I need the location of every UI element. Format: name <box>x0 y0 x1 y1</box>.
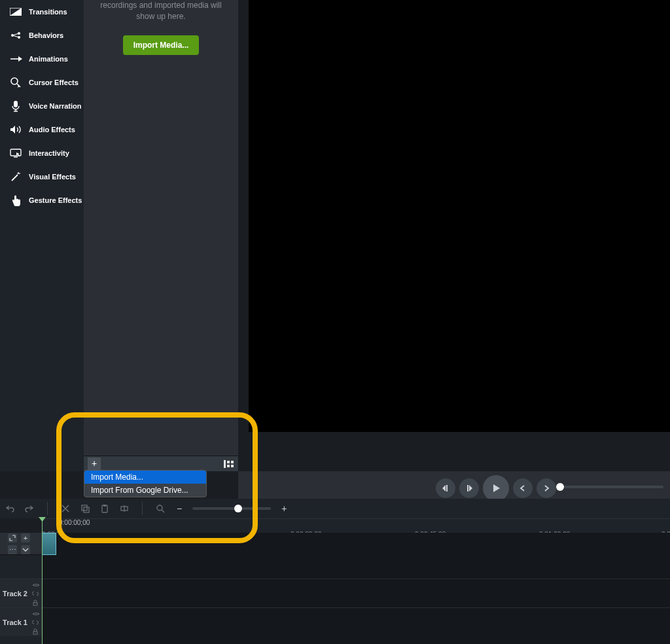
lock-icon[interactable] <box>32 599 40 607</box>
track-row[interactable]: Track 2 <box>0 579 670 607</box>
svg-rect-10 <box>227 465 230 467</box>
timeline-zoom-slider[interactable] <box>192 507 271 510</box>
sidebar-label: Voice Narration <box>29 102 82 110</box>
wand-icon <box>9 170 22 183</box>
next-clip-button[interactable] <box>537 478 556 498</box>
svg-rect-21 <box>33 632 37 634</box>
menu-item-import-media[interactable]: Import Media... <box>84 471 206 484</box>
timeline-ruler[interactable]: 0:00:00;00 0:00:00 0:00:30;00 0:00:45;00… <box>42 518 670 533</box>
visibility-icon[interactable] <box>32 581 40 588</box>
svg-rect-12 <box>446 485 448 492</box>
sidebar-label: Visual Effects <box>29 173 76 181</box>
speaker-icon <box>9 123 22 136</box>
svg-point-19 <box>157 505 162 510</box>
svg-rect-17 <box>103 505 106 507</box>
svg-rect-15 <box>84 507 89 512</box>
track-label[interactable]: Track 2 <box>0 579 30 607</box>
lock-icon[interactable] <box>32 628 40 635</box>
gesture-icon <box>9 194 22 207</box>
sidebar-item-audio-effects[interactable]: Audio Effects <box>0 118 84 141</box>
zoom-out-button[interactable]: − <box>174 503 185 514</box>
track-controls <box>30 608 42 636</box>
slider-thumb[interactable] <box>556 483 564 491</box>
sidebar-item-voice-narration[interactable]: Voice Narration <box>0 94 84 118</box>
slider-thumb[interactable] <box>234 505 242 512</box>
sidebar-label: Audio Effects <box>29 126 75 134</box>
sidebar-item-behaviors[interactable]: Behaviors <box>0 24 84 47</box>
svg-rect-14 <box>82 505 87 510</box>
sidebar-label: Behaviors <box>29 31 63 39</box>
play-button[interactable] <box>483 475 509 501</box>
behaviors-icon <box>9 29 22 42</box>
playback-controls <box>327 475 556 501</box>
timeline-scale-icon[interactable] <box>8 533 17 543</box>
svg-rect-6 <box>10 149 21 156</box>
cut-icon[interactable] <box>60 503 71 514</box>
track-options-icon[interactable]: ⋯ <box>8 545 17 554</box>
zoom-search-icon[interactable] <box>154 503 166 514</box>
import-dropdown-menu: Import Media... Import From Google Drive… <box>84 470 207 497</box>
sidebar-item-interactivity[interactable]: Interactivity <box>0 141 84 165</box>
track-controls <box>30 579 42 607</box>
link-icon[interactable] <box>32 590 40 598</box>
timecode-display: 0:00:00;00 <box>59 519 90 526</box>
timeline-track-area[interactable]: + ⋯ Track 2 Track 1 <box>0 533 670 644</box>
mic-icon <box>9 99 22 113</box>
svg-rect-8 <box>227 461 230 463</box>
svg-rect-20 <box>33 603 37 605</box>
interactivity-icon <box>9 147 22 160</box>
next-frame-button[interactable] <box>459 478 479 498</box>
paste-icon[interactable] <box>99 503 111 514</box>
sidebar-item-cursor-effects[interactable]: Cursor Effects <box>0 71 84 94</box>
svg-rect-9 <box>231 461 234 463</box>
preview-canvas[interactable] <box>249 0 670 432</box>
import-media-button[interactable]: Import Media... <box>123 35 200 55</box>
svg-rect-11 <box>231 465 234 467</box>
link-icon[interactable] <box>32 618 40 626</box>
sidebar-label: Animations <box>29 55 68 63</box>
undo-icon[interactable] <box>4 503 16 514</box>
media-bin-panel: recordings and imported media will show … <box>84 0 238 471</box>
media-panel-footer: + <box>84 456 238 471</box>
playhead[interactable] <box>42 518 43 644</box>
collapse-tracks-icon[interactable] <box>21 545 30 554</box>
view-grid-icon[interactable] <box>224 460 234 468</box>
svg-rect-5 <box>14 101 18 107</box>
transitions-icon <box>9 5 22 18</box>
track-label[interactable]: Track 1 <box>0 608 30 636</box>
sidebar-item-gesture-effects[interactable]: Gesture Effects <box>0 188 84 212</box>
track-row[interactable]: Track 1 <box>0 607 670 636</box>
visibility-icon[interactable] <box>32 609 40 617</box>
timeline-clip[interactable] <box>42 533 56 555</box>
add-track-button[interactable]: + <box>21 533 30 543</box>
zoom-in-button[interactable]: + <box>279 503 289 514</box>
split-icon[interactable] <box>118 503 130 514</box>
sidebar-label: Cursor Effects <box>29 79 79 86</box>
sidebar-item-animations[interactable]: Animations <box>0 47 84 71</box>
menu-item-import-google-drive[interactable]: Import From Google Drive... <box>84 484 206 497</box>
previous-frame-button[interactable] <box>436 478 455 498</box>
cursor-icon <box>9 76 22 89</box>
sidebar-label: Transitions <box>29 8 67 16</box>
copy-icon[interactable] <box>79 503 91 514</box>
previous-clip-button[interactable] <box>513 478 533 498</box>
sidebar-label: Gesture Effects <box>29 196 82 204</box>
media-hint-text: recordings and imported media will show … <box>84 0 238 30</box>
svg-rect-7 <box>224 460 226 468</box>
timeline-edit-controls: + ⋯ <box>0 533 42 555</box>
svg-rect-13 <box>467 485 468 492</box>
svg-point-4 <box>11 78 18 84</box>
redo-icon[interactable] <box>24 503 35 514</box>
add-media-plus-button[interactable]: + <box>88 457 101 471</box>
preview-zoom-slider[interactable] <box>559 486 663 488</box>
tools-sidebar: Transitions Behaviors Animations Cursor … <box>0 0 84 471</box>
sidebar-label: Interactivity <box>29 149 69 157</box>
sidebar-item-transitions[interactable]: Transitions <box>0 0 84 24</box>
animations-icon <box>9 52 22 65</box>
timeline-toolbar: − + <box>0 499 670 518</box>
sidebar-item-visual-effects[interactable]: Visual Effects <box>0 165 84 188</box>
